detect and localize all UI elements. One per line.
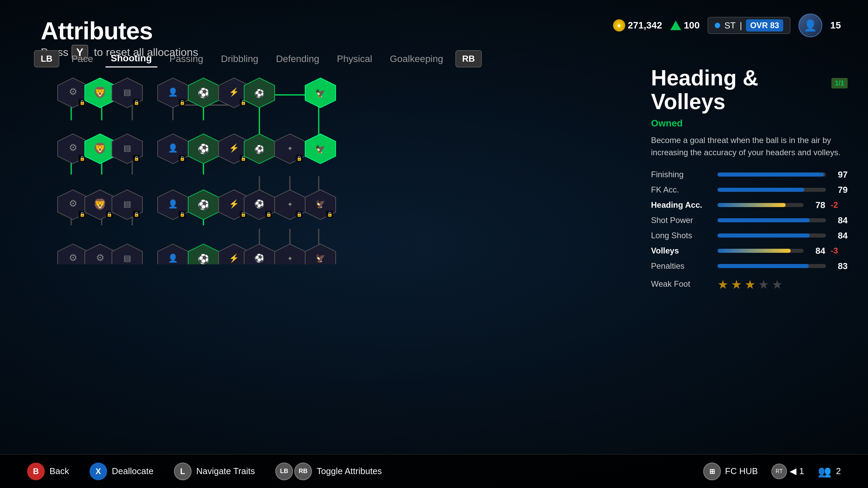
node-3-8: ✦ 🔒 (275, 190, 305, 220)
rb-button[interactable]: RB (455, 50, 482, 67)
stat-fkacc-bar (717, 188, 804, 192)
stat-shotpower-bar-container (717, 218, 826, 222)
player-level: 15 (830, 20, 841, 31)
rt-button[interactable]: RT (771, 464, 787, 479)
l-button[interactable]: L (174, 463, 192, 480)
stat-shotpower-label: Shot Power (651, 216, 712, 225)
back-label: Back (50, 466, 69, 476)
node-3-2: 🦁 🔒 (85, 190, 115, 220)
online-indicator (715, 23, 720, 28)
stat-fkacc-label: FK Acc. (651, 185, 712, 195)
svg-text:⚙: ⚙ (69, 142, 77, 153)
hud: ● 271,342 100 ST | OVR 83 👤 15 (613, 14, 841, 37)
node-3-1: ⚙ 🔒 (58, 190, 88, 220)
rt-action[interactable]: RT ◀ 1 (771, 464, 804, 479)
tab-physical[interactable]: Physical (332, 51, 378, 67)
tab-shooting[interactable]: Shooting (105, 50, 157, 67)
stat-finishing-bar-container (717, 172, 826, 177)
stat-headingacc-delta: -2 (831, 200, 848, 210)
svg-text:▤: ▤ (123, 253, 131, 263)
stat-finishing-bar (717, 172, 824, 177)
svg-text:🔒: 🔒 (134, 211, 140, 217)
nav-tabs: LB Pace Shooting Passing Dribbling Defen… (34, 50, 482, 67)
tab-dribbling[interactable]: Dribbling (215, 51, 264, 67)
tab-passing[interactable]: Passing (164, 51, 209, 67)
people-count: 👥 2 (818, 465, 841, 478)
node-2-8: ✦ 🔒 (275, 134, 305, 164)
stat-longshots-bar (717, 233, 810, 238)
skill-badge: 1/1 (831, 78, 848, 88)
ovr-badge: OVR 83 (746, 19, 783, 32)
stat-volleys-value: 84 (809, 246, 825, 256)
stat-penalties-value: 83 (831, 261, 848, 271)
svg-text:🔒: 🔒 (296, 211, 302, 217)
svg-text:🔒: 🔒 (179, 100, 185, 105)
svg-text:✦: ✦ (287, 201, 293, 208)
svg-text:👤: 👤 (168, 253, 178, 263)
tokens-value: 100 (684, 20, 700, 31)
svg-text:🦁: 🦁 (93, 86, 107, 99)
stat-fkacc-bar-container (717, 188, 826, 192)
count1: 1 (799, 466, 804, 476)
svg-text:▤: ▤ (123, 143, 131, 152)
svg-text:🔒: 🔒 (296, 156, 302, 161)
svg-text:⚙: ⚙ (69, 252, 77, 263)
stat-shotpower-value: 84 (831, 215, 848, 226)
lb-button[interactable]: LB (34, 50, 59, 67)
page-title: Attributes (41, 17, 198, 45)
svg-text:🔒: 🔒 (134, 156, 140, 161)
rb-toggle-button[interactable]: RB (294, 463, 312, 480)
node-2-4: 👤 🔒 (158, 134, 188, 164)
toggle-action[interactable]: LB RB Toggle Attributes (275, 463, 382, 480)
back-action[interactable]: B Back (27, 463, 69, 480)
b-button[interactable]: B (27, 463, 45, 480)
svg-text:🦅: 🦅 (315, 88, 326, 98)
node-3-4: 👤 🔒 (158, 190, 188, 220)
svg-text:🔒: 🔒 (79, 211, 85, 217)
tab-defending[interactable]: Defending (271, 51, 325, 67)
star-4: ★ (758, 278, 769, 292)
bottom-right: ⊞ FC HUB RT ◀ 1 👥 2 (703, 463, 841, 480)
star-rating: ★ ★ ★ ★ ★ (717, 278, 783, 292)
svg-text:⚙: ⚙ (69, 198, 77, 209)
coins-value: 271,342 (628, 20, 662, 31)
stat-penalties-label: Penalties (651, 261, 712, 271)
node-1-1: ⚙ 🔒 (58, 78, 88, 108)
node-1-8: 🦅 (305, 78, 336, 108)
navigate-label: Navigate Traits (196, 466, 255, 476)
right-panel: Heading & Volleys 1/1 Owned Become a goa… (651, 66, 848, 297)
svg-text:⚽: ⚽ (198, 199, 210, 210)
stat-volleys-label: Volleys (651, 246, 712, 256)
x-button[interactable]: X (90, 463, 107, 480)
svg-text:⚽: ⚽ (254, 144, 264, 154)
stat-headingacc-label: Heading Acc. (651, 200, 712, 210)
svg-text:⚽: ⚽ (198, 87, 210, 99)
position-label: ST (724, 20, 735, 31)
svg-text:🔒: 🔒 (179, 156, 185, 161)
svg-text:⚡: ⚡ (229, 253, 239, 263)
navigate-action[interactable]: L Navigate Traits (174, 463, 255, 480)
lb-rb-buttons[interactable]: LB RB (275, 463, 312, 480)
tab-goalkeeping[interactable]: Goalkeeping (384, 51, 449, 67)
node-2-3: ▤ 🔒 (112, 134, 142, 164)
node-4-9: 🦅 🔒 (305, 244, 336, 264)
node-4-1: ⚙ 🔒 (58, 244, 88, 264)
stats-list: Finishing 97 FK Acc. 79 Heading Acc. 78 (651, 169, 848, 292)
svg-text:🦅: 🦅 (315, 144, 326, 154)
node-3-3: ▤ 🔒 (112, 190, 142, 220)
svg-text:⚽: ⚽ (254, 199, 264, 209)
node-3-7: ⚽ 🔒 (244, 190, 275, 220)
coins-display: ● 271,342 (613, 19, 662, 32)
lb-toggle-button[interactable]: LB (275, 463, 293, 480)
svg-text:🦁: 🦁 (93, 198, 107, 211)
node-1-2: 🦁 (85, 78, 115, 108)
node-4-2: ⚙ 🔒 (85, 244, 115, 264)
fc-hub-button[interactable]: ⊞ FC HUB (703, 463, 758, 480)
deallocate-action[interactable]: X Deallocate (90, 463, 154, 480)
skill-title-row: Heading & Volleys 1/1 (651, 66, 848, 114)
tab-pace[interactable]: Pace (66, 51, 99, 67)
people-icon: 👥 (818, 465, 831, 478)
stat-volleys: Volleys 84 -3 (651, 246, 848, 256)
coin-icon: ● (613, 19, 625, 32)
stat-fkacc: FK Acc. 79 (651, 185, 848, 195)
